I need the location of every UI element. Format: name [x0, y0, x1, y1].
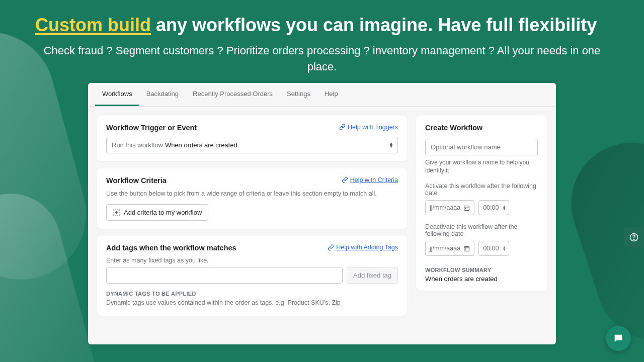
dynamic-tags-desc: Dynamic tags use values contained within… — [106, 299, 398, 308]
create-title: Create Workflow — [425, 124, 538, 132]
tags-title: Add tags when the workflow matches — [106, 244, 236, 252]
svg-rect-3 — [464, 246, 469, 251]
svg-rect-1 — [464, 206, 469, 210]
tab-help[interactable]: Help — [317, 83, 345, 106]
hero-highlight: Custom build — [35, 15, 151, 35]
trigger-select[interactable]: Run this workflow When orders are create… — [106, 137, 398, 153]
add-criteria-button[interactable]: Add criteria to my workflow — [106, 204, 208, 221]
workflow-name-input[interactable] — [425, 139, 538, 155]
tags-card: Add tags when the workflow matches Help … — [97, 236, 407, 316]
left-column: Workflow Trigger or Event Help with Trig… — [97, 116, 407, 316]
chat-fab-button[interactable] — [606, 326, 631, 351]
tab-recently-processed[interactable]: Recently Processed Orders — [186, 83, 280, 106]
tab-bar: Workflows Backdating Recently Processed … — [88, 83, 556, 107]
hero-subtitle: Check fraud ? Segment customers ? Priori… — [35, 43, 609, 75]
workflow-name-help: Give your workflow a name to help you id… — [425, 158, 538, 174]
chevron-updown-icon: ▴▾ — [503, 205, 506, 211]
trigger-title: Workflow Trigger or Event — [106, 124, 197, 132]
link-icon — [342, 176, 348, 183]
hero-section: Custom build any workflows you can imagi… — [0, 0, 644, 79]
calendar-icon — [463, 205, 470, 211]
svg-rect-2 — [465, 208, 466, 209]
tab-settings[interactable]: Settings — [280, 83, 317, 106]
chat-icon — [613, 333, 624, 344]
tags-help-link[interactable]: Help with Adding Tags — [328, 244, 398, 251]
deactivate-time-input[interactable]: 00:00 ▴▾ — [478, 241, 509, 256]
deactivate-label: Deactivate this workflow after the follo… — [425, 223, 538, 237]
criteria-title: Workflow Criteria — [106, 176, 167, 185]
app-window: Workflows Backdating Recently Processed … — [88, 83, 556, 344]
content-area: Workflow Trigger or Event Help with Trig… — [88, 107, 556, 325]
trigger-card: Workflow Trigger or Event Help with Trig… — [97, 116, 407, 161]
criteria-help-link[interactable]: Help with Criteria — [342, 176, 398, 184]
tab-backdating[interactable]: Backdating — [139, 83, 186, 106]
activate-label: Activate this workflow after the followi… — [425, 183, 538, 197]
hero-rest: any workflows you can imagine. Have full… — [151, 15, 597, 35]
add-fixed-tag-button[interactable]: Add fixed tag — [347, 267, 398, 284]
summary-text: When orders are created — [425, 275, 538, 283]
chevron-updown-icon: ▴▾ — [390, 142, 392, 148]
hero-title: Custom build any workflows you can imagi… — [35, 14, 609, 36]
activate-time-input[interactable]: 00:00 ▴▾ — [478, 200, 509, 215]
tab-workflows[interactable]: Workflows — [95, 83, 139, 106]
criteria-description: Use the button below to pick from a wide… — [106, 190, 398, 199]
chevron-updown-icon: ▴▾ — [503, 246, 506, 251]
dynamic-tags-heading: DYNAMIC TAGS TO BE APPLIED — [106, 291, 398, 297]
right-column: Create Workflow Give your workflow a nam… — [416, 116, 547, 316]
calendar-icon — [463, 245, 470, 252]
help-fab-button[interactable] — [624, 227, 644, 247]
link-icon — [339, 124, 346, 130]
svg-rect-4 — [465, 248, 466, 249]
trigger-help-link[interactable]: Help with Triggers — [339, 124, 398, 131]
create-workflow-card: Create Workflow Give your workflow a nam… — [416, 116, 547, 291]
help-circle-icon — [629, 232, 639, 242]
tags-label: Enter as many fixed tags as you like. — [106, 257, 398, 264]
svg-point-6 — [633, 239, 634, 240]
criteria-card: Workflow Criteria Help with Criteria Use… — [97, 168, 407, 229]
summary-heading: WORKFLOW SUMMARY — [425, 267, 538, 273]
tag-input[interactable] — [106, 267, 343, 284]
add-selection-icon — [113, 209, 120, 216]
activate-date-input[interactable]: jj/mm/aaaa — [425, 200, 474, 215]
link-icon — [328, 244, 334, 251]
deactivate-date-input[interactable]: jj/mm/aaaa — [425, 241, 474, 256]
